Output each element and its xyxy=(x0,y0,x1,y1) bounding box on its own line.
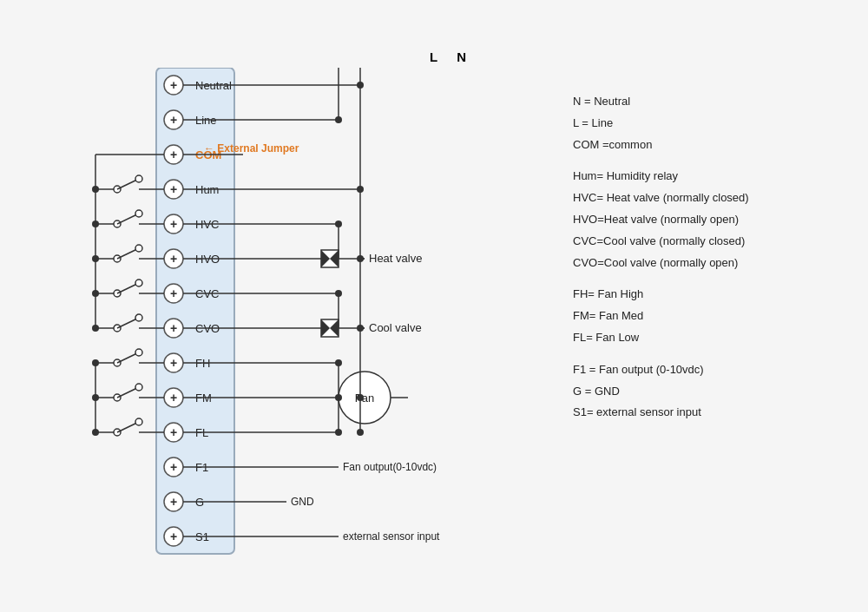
legend-line-7: CVC=Cool valve (normally closed) xyxy=(573,233,799,251)
svg-text:+: + xyxy=(170,495,177,509)
svg-text:+: + xyxy=(170,286,177,300)
legend-line-11: FM= Fan Med xyxy=(573,307,799,326)
svg-text:+: + xyxy=(170,113,177,127)
svg-text:+: + xyxy=(170,425,177,439)
svg-point-59 xyxy=(335,220,342,227)
svg-point-142 xyxy=(135,418,142,425)
legend-line-2: COM =common xyxy=(573,136,799,155)
svg-text:+: + xyxy=(170,391,177,405)
legend-line-12: FL= Fan Low xyxy=(573,329,799,347)
svg-point-109 xyxy=(135,210,142,217)
legend-line-4: Hum= Humidity relay xyxy=(573,168,799,186)
svg-text:+: + xyxy=(170,217,177,231)
svg-text:+: + xyxy=(170,182,177,196)
svg-text:+: + xyxy=(170,460,177,474)
l-label: L xyxy=(430,49,437,64)
legend-line-1: L = Line xyxy=(573,115,799,133)
svg-point-136 xyxy=(135,384,142,391)
svg-point-151 xyxy=(92,325,99,332)
svg-point-94 xyxy=(357,429,364,436)
legend-line-16: S1= external sensor input xyxy=(573,404,799,422)
svg-text:Cool valve: Cool valve xyxy=(369,321,422,334)
svg-point-150 xyxy=(92,290,99,297)
legend-line-15: G = GND xyxy=(573,383,799,401)
svg-point-130 xyxy=(135,349,142,356)
legend-line-14: F1 = Fan output (0-10vdc) xyxy=(573,361,799,379)
svg-point-114 xyxy=(135,245,142,252)
legend-line-5: HVC= Heat valve (normally closed) xyxy=(573,189,799,207)
wiring-diagram: + Neutral + Line + COM + Hum + HVC + HVO xyxy=(69,68,538,563)
svg-text:+: + xyxy=(170,356,177,370)
legend-area: N = Neutral L = Line COM =common Hum= Hu… xyxy=(573,93,799,422)
svg-text:Fan output(0-10vdc): Fan output(0-10vdc) xyxy=(343,461,437,473)
svg-point-104 xyxy=(135,175,142,182)
svg-text:GND: GND xyxy=(291,496,314,508)
svg-text:+: + xyxy=(170,78,177,92)
main-container: L N + Neutral xyxy=(9,32,859,580)
svg-rect-0 xyxy=(156,68,234,554)
svg-text:external sensor input: external sensor input xyxy=(343,530,440,543)
svg-point-149 xyxy=(92,255,99,262)
svg-point-74 xyxy=(335,290,342,297)
svg-point-148 xyxy=(92,220,99,227)
svg-text:← External Jumper: ← External Jumper xyxy=(204,142,299,155)
n-label: N xyxy=(457,49,466,64)
diagram-area: L N + Neutral xyxy=(69,49,538,563)
ln-labels: L N xyxy=(430,49,466,64)
svg-point-85 xyxy=(335,359,342,366)
legend-line-0: N = Neutral xyxy=(573,93,799,111)
legend-line-10: FH= Fan High xyxy=(573,286,799,304)
svg-point-119 xyxy=(135,280,142,286)
legend-line-8: CVO=Cool valve (normally open) xyxy=(573,254,799,273)
svg-point-92 xyxy=(357,394,364,401)
svg-text:+: + xyxy=(170,148,177,161)
svg-text:+: + xyxy=(170,252,177,266)
svg-point-48 xyxy=(335,116,342,123)
legend-line-6: HVO=Heat valve (normally open) xyxy=(573,211,799,229)
svg-point-89 xyxy=(335,429,342,436)
svg-point-124 xyxy=(135,314,142,321)
svg-text:+: + xyxy=(170,321,177,335)
svg-text:+: + xyxy=(170,530,177,543)
svg-text:Heat valve: Heat valve xyxy=(369,252,422,265)
